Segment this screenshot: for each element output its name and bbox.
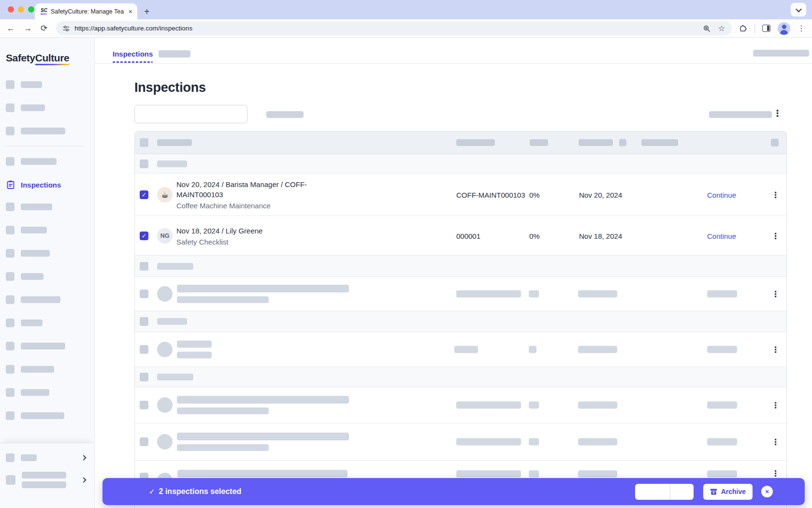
skeleton-bar [578,402,617,409]
row-menu-icon[interactable]: ⋮ [771,438,780,446]
user-avatar-initials: NG [157,228,173,244]
skeleton-bar [21,128,65,134]
address-bar[interactable]: https://app.safetyculture.com/inspection… [56,21,732,35]
safetyculture-logo: SafetyCulture [6,52,69,64]
skeleton-icon [6,127,14,135]
inspection-title[interactable]: Nov 20, 2024 / Barista Manager / COFF-MA… [176,179,312,200]
continue-link[interactable]: Continue [707,232,736,240]
row-menu-icon[interactable]: ⋮ [771,290,780,298]
row-checkbox-skeleton[interactable] [140,401,148,409]
bookmark-star-icon[interactable]: ☆ [718,25,725,32]
forward-button[interactable]: → [24,24,32,32]
row-checkbox-checked[interactable]: ✓ [140,190,148,199]
page-tab-bar: Inspections [95,38,812,64]
sidebar-item-skeleton [6,249,94,258]
tab-search-button[interactable] [791,3,806,16]
sidebar-footer-item[interactable] [6,472,87,488]
template-name: Safety Checklist [176,237,312,246]
sidebar-item-label: Inspections [21,181,61,189]
row-checkbox-skeleton[interactable] [140,437,148,446]
reload-button[interactable]: ⟳ [41,24,47,32]
sidebar-item-inspections[interactable]: Inspections [6,179,94,190]
archive-button[interactable]: Archive [703,484,753,500]
maximize-window-button[interactable] [28,6,34,13]
skeleton-bar [578,438,617,446]
browser-tabstrip: SC SafetyCulture: Manage Teams and... × … [0,0,812,19]
row-menu-icon[interactable]: ⋮ [771,232,780,240]
url-text[interactable]: https://app.safetyculture.com/inspection… [74,25,697,32]
skeleton-icon [6,80,14,89]
close-selection-button[interactable]: ✕ [761,486,773,497]
back-button[interactable]: ← [7,24,15,32]
chevron-down-icon [796,6,802,12]
skeleton-bar [21,250,50,257]
skeleton-icon [6,103,14,112]
inspection-title[interactable]: Nov 18, 2024 / Lily Greene [176,225,312,235]
row-menu-icon[interactable]: ⋮ [771,469,780,478]
sidebar-divider [4,146,85,146]
sidebar-footer [0,443,94,508]
skeleton-icon [6,475,15,485]
skeleton-bar [21,104,45,111]
skeleton-bar [21,227,47,233]
skeleton-bar [177,470,348,478]
skeleton-bar [709,111,772,118]
skeleton-bar [21,81,42,88]
sidebar-item-skeleton [6,365,94,374]
extensions-icon[interactable] [739,24,747,33]
sidebar-footer-item[interactable] [6,453,87,462]
group-header-row [135,367,786,387]
row-menu-icon[interactable]: ⋮ [771,401,780,409]
search-input[interactable] [134,105,247,123]
skeleton-bar [529,470,539,478]
selection-split-button-skeleton[interactable] [635,484,694,500]
close-window-button[interactable] [8,6,14,13]
skeleton-bar [21,343,65,349]
sidebar-item-skeleton [6,295,94,304]
sidebar-item-skeleton [6,80,94,89]
title-skeleton [177,433,349,451]
inspection-row[interactable]: ✓ NG Nov 18, 2024 / Lily Greene Safety C… [135,216,786,256]
skeleton-bar [529,402,539,409]
row-checkbox-skeleton[interactable] [140,345,148,354]
sidebar-item-skeleton [6,226,94,234]
skeleton-bar [21,389,49,396]
browser-tab[interactable]: SC SafetyCulture: Manage Teams and... × [35,3,137,19]
inspection-row[interactable]: ✓ ☕ Nov 20, 2024 / Barista Manager / COF… [135,174,786,216]
group-checkbox-skeleton[interactable] [140,160,148,168]
toolbar-menu-icon[interactable]: ⋮ [773,109,782,117]
tab-close-icon[interactable]: × [128,8,133,15]
main-content: Inspections Inspections ⋮ [95,38,812,508]
site-info-icon[interactable] [63,25,70,32]
archive-icon [710,488,717,495]
skeleton-icon [6,411,14,420]
skeleton-bar [157,318,187,325]
sidebar-item-skeleton [6,127,94,135]
tab-inspections[interactable]: Inspections [113,50,153,63]
group-checkbox-skeleton[interactable] [140,262,148,271]
inspection-row-skeleton: ⋮ [135,387,786,423]
profile-avatar[interactable] [778,22,790,35]
minimize-window-button[interactable] [18,6,24,13]
browser-menu-icon[interactable]: ⋮ [798,24,805,33]
row-checkbox-checked[interactable]: ✓ [140,232,148,240]
selection-count-text: 2 inspections selected [159,487,242,496]
zoom-icon[interactable] [703,25,710,32]
group-checkbox-skeleton[interactable] [140,317,148,326]
skeleton-bar [707,346,737,353]
app-frame: SafetyCulture Inspections [0,38,812,508]
row-checkbox-skeleton[interactable] [140,290,148,298]
new-tab-button[interactable]: + [144,7,150,16]
skeleton-bar [177,407,269,414]
row-menu-icon[interactable]: ⋮ [771,345,780,353]
group-checkbox-skeleton[interactable] [140,373,148,381]
select-all-checkbox-skeleton[interactable] [140,138,148,147]
side-panel-icon[interactable] [762,25,770,32]
sidebar-item-skeleton [6,272,94,281]
skeleton-bar [157,374,193,380]
title-skeleton [177,396,349,414]
continue-link[interactable]: Continue [707,190,736,199]
doc-number: 000001 [456,232,480,240]
skeleton-bar [456,438,521,446]
row-menu-icon[interactable]: ⋮ [771,190,780,199]
